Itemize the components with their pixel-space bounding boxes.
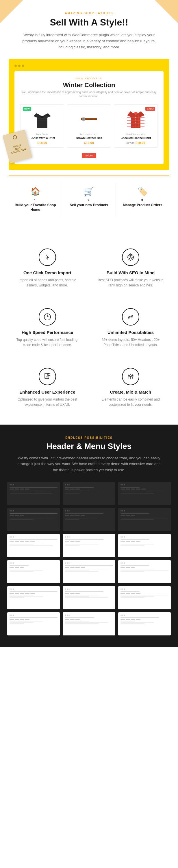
svg-point-23	[130, 257, 131, 258]
header-card-11[interactable]	[63, 560, 115, 583]
svg-point-9	[89, 119, 90, 120]
feature-block-seo: Build With SEO In Mind Best SEO practice…	[92, 243, 169, 294]
product-category-1: Men, Shirts	[24, 133, 61, 135]
product-price-original: £27.88	[126, 142, 134, 145]
feature-title-possibilities: Unlimited Possibilities	[98, 330, 164, 335]
belt-icon	[80, 109, 98, 129]
home-icon: 🏠	[11, 187, 59, 196]
header-card-8[interactable]	[63, 534, 115, 557]
header-card-15[interactable]	[118, 586, 171, 609]
feature-number-1: 1.	[11, 198, 59, 202]
cart-icon: 🛒	[65, 187, 112, 196]
product-price-2: £12.00	[70, 141, 108, 145]
product-name-2: Brown Leather Belt	[70, 136, 108, 140]
feature-block-mix: Create, Mix & Match Elements can be easi…	[92, 362, 169, 413]
svg-rect-2	[38, 123, 43, 123]
feature-block-possibilities: Unlimited Possibilities 65+ demo layouts…	[92, 302, 169, 353]
product-name-1: T-Shirt With a Print	[24, 136, 61, 140]
header-card-6[interactable]	[118, 508, 171, 531]
feature-title-mix: Create, Mix & Match	[98, 390, 164, 395]
feature-desc-performance: Top quality code will ensure fast loadin…	[14, 337, 80, 347]
feature-item-2: 🛒 2. Sell your new Products	[62, 182, 116, 216]
header-card-12[interactable]	[118, 560, 171, 583]
feature-title-demo: One Click Demo Import	[14, 270, 80, 275]
feature-block-performance: High Speed Performance Top quality code …	[9, 302, 86, 353]
svg-point-19	[136, 120, 136, 121]
header-card-9[interactable]	[118, 534, 171, 557]
settings-icon	[127, 373, 134, 380]
svg-point-22	[129, 255, 132, 259]
product-badge-new: NEW	[23, 107, 31, 111]
features-row: 🏠 1. Build your Favorite Shop Home 🛒 2. …	[9, 176, 169, 222]
header-card-17[interactable]	[63, 612, 115, 636]
window-dot-3	[22, 65, 24, 67]
section-description: Westy is fully integrated with WooCommer…	[17, 32, 161, 50]
feature-desc-mix: Elements can be easily combined and cust…	[98, 397, 164, 407]
tag-icon: 🏷️	[119, 187, 167, 196]
feature-label-1: Build your Favorite Shop Home	[11, 203, 59, 212]
header-card-10[interactable]	[7, 560, 60, 583]
ux-icon	[39, 368, 56, 385]
feature-block-demo: One Click Demo Import Import all of page…	[9, 243, 86, 294]
product-image-2	[70, 107, 108, 131]
product-price-3: £27.88£19.99	[117, 141, 154, 145]
feature-desc-demo: Import all of pages and posts, sample sl…	[14, 277, 80, 288]
header-card-16[interactable]	[7, 612, 60, 636]
header-card-13[interactable]	[7, 586, 60, 609]
header-card-18[interactable]	[118, 612, 171, 636]
header-card-5[interactable]	[63, 508, 115, 531]
product-name-3: Checked Flannel Shirt	[117, 136, 154, 140]
feature-title-seo: Build With SEO In Mind	[98, 270, 164, 275]
product-price-1: £18.00	[24, 141, 61, 145]
header-card-14[interactable]	[63, 586, 115, 609]
shop-preview-window: NEW ARRIVALS Winter Collection We unders…	[9, 59, 169, 170]
header-card-7[interactable]	[7, 534, 60, 557]
feature-label-3: Manage Product Orders	[119, 203, 167, 208]
clock-icon	[44, 313, 51, 320]
shop-layouts-section: AMAZING SHOP LAYOUTS Sell With A Style!!…	[0, 0, 178, 231]
feature-block-ux: Enhanced User Experience Optimized to gi…	[9, 362, 86, 413]
headers-section: ENDLESS POSSIBILITIES Header & Menu Styl…	[0, 425, 178, 647]
product-category-3: Headphones, Men	[117, 133, 154, 135]
performance-icon	[39, 308, 56, 326]
svg-rect-1	[38, 121, 47, 121]
svg-point-21	[128, 254, 134, 260]
corner-decor-tl	[0, 0, 23, 23]
products-grid: NEW Men, Shirts T-Shirt With a Print £18…	[20, 104, 158, 148]
header-card-4[interactable]	[7, 508, 60, 531]
feature-item-3: 🏷️ 3. Manage Product Orders	[116, 182, 169, 216]
section-subtitle: AMAZING SHOP LAYOUTS	[9, 11, 169, 15]
svg-rect-0	[38, 118, 47, 119]
collection-subtitle: We understand the importance of approach…	[20, 90, 158, 98]
mix-match-icon	[122, 368, 139, 385]
product-image-1	[24, 107, 61, 131]
headers-description: Westy comes with +55 pre-defined header …	[17, 455, 161, 473]
header-previews-grid	[7, 482, 171, 636]
corner-decor-tr	[155, 0, 178, 23]
window-dots	[14, 65, 164, 67]
new-arrivals-label: NEW ARRIVALS	[20, 77, 158, 80]
header-card-2[interactable]	[63, 482, 115, 505]
header-card-1[interactable]	[7, 482, 60, 505]
tshirt-icon	[34, 109, 51, 129]
feature-desc-seo: Best SEO practices will make your websit…	[98, 277, 164, 288]
document-icon	[44, 373, 51, 380]
svg-point-18	[136, 117, 136, 118]
window-dot-1	[14, 65, 17, 67]
svg-point-10	[91, 119, 92, 120]
product-image-3	[117, 107, 154, 131]
feature-title-ux: Enhanced User Experience	[14, 390, 80, 395]
cursor-icon	[44, 253, 51, 261]
product-card-2: Accessories, Men Brown Leather Belt £12.…	[67, 104, 111, 148]
section-main-title: Sell With A Style!!	[9, 17, 169, 28]
target-icon	[127, 253, 134, 261]
headers-subtitle: ENDLESS POSSIBILITIES	[7, 436, 171, 439]
feature-desc-ux: Optimized to give your visitors the best…	[14, 397, 80, 407]
svg-rect-32	[45, 373, 49, 378]
header-card-3[interactable]	[118, 482, 171, 505]
window-dot-2	[18, 65, 21, 67]
feature-label-2: Sell your new Products	[65, 203, 112, 208]
sale-button[interactable]: SALE!	[82, 153, 96, 158]
tag-text: WESTYNEWCOLLECTION	[8, 141, 28, 156]
feature-number-2: 2.	[65, 198, 112, 202]
